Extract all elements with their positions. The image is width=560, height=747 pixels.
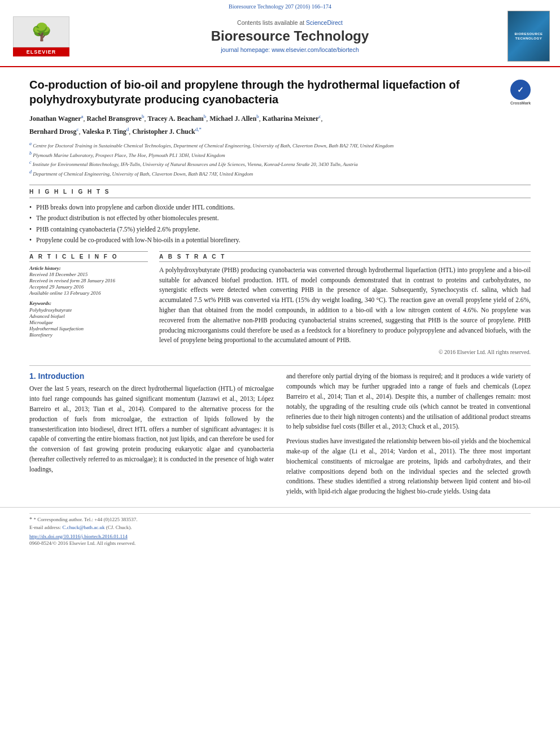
- affil-d: d Department of Chemical Engineering, Un…: [29, 169, 531, 178]
- footer-note: * * Corresponding author. Tel.: +44 (0)1…: [29, 515, 531, 524]
- article-info-header: A R T I C L E I N F O: [29, 251, 148, 262]
- cover-image: BIORESOURCE TECHNOLOGY: [508, 11, 550, 62]
- doi-link[interactable]: http://dx.doi.org/10.1016/j.biortech.201…: [29, 534, 531, 539]
- affil-a: a Centre for Doctoral Training in Sustai…: [29, 141, 531, 150]
- author-michael-allen: Michael J. Allen: [209, 115, 256, 123]
- journal-citation: Bioresource Technology 207 (2016) 166–17…: [0, 0, 560, 11]
- authors-line-2: Bernhard Drosgc, Valeska P. Tingd, Chris…: [29, 125, 531, 137]
- highlight-item: PHB breaks down into propylene and carbo…: [29, 203, 531, 212]
- issn-line: 0960-8524/© 2016 Elsevier Ltd. All right…: [29, 540, 531, 546]
- abstract-col: A B S T R A C T A polyhydroxybutyrate (P…: [159, 251, 531, 356]
- author-jonathan-wagner: Jonathan Wagner: [29, 115, 81, 123]
- affil-c: c Institute for Environmental Biotechnol…: [29, 159, 531, 169]
- affil-b: b Plymouth Marine Laboratory, Prospect P…: [29, 150, 531, 160]
- introduction-section: 1. Introduction Over the last 5 years, r…: [29, 365, 531, 501]
- homepage-url[interactable]: www.elsevier.com/locate/biortech: [272, 46, 359, 53]
- highlight-item: PHB containing cyanobacteria (7.5%) yiel…: [29, 225, 531, 234]
- keyword: Hydrothermal liquefaction: [29, 326, 148, 331]
- footer-email: E-mail address: C.chuck@bath.ac.uk (CJ. …: [29, 524, 531, 532]
- journal-header: Bioresource Technology 207 (2016) 166–17…: [0, 0, 560, 67]
- elsevier-label: ELSEVIER: [13, 47, 69, 56]
- journal-main-title: Bioresource Technology: [78, 28, 502, 44]
- intro-para-2: and therefore only partial drying of the…: [286, 372, 531, 432]
- article-history: Article history: Received 18 December 20…: [29, 265, 148, 296]
- intro-para-3: Previous studies have investigated the r…: [286, 436, 531, 497]
- highlights-list: PHB breaks down into propylene and carbo…: [29, 203, 531, 244]
- copyright-line: © 2016 Elsevier Ltd. All rights reserved…: [159, 349, 531, 355]
- author-rachel-bransgrove: Rachel Bransgrove: [86, 115, 141, 123]
- keywords-list: Polyhydroxybutyrate Advanced biofuel Mic…: [29, 307, 148, 338]
- abstract-text: A polyhydroxybutyrate (PHB) producing cy…: [159, 265, 531, 346]
- intro-para-1: Over the last 5 years, research on the d…: [29, 384, 274, 474]
- sciencedirect-line: Contents lists available at ScienceDirec…: [78, 19, 502, 26]
- author-bernhard-drosg: Bernhard Drosg: [29, 128, 76, 136]
- sciencedirect-link[interactable]: ScienceDirect: [306, 19, 343, 26]
- journal-title-center: Contents lists available at ScienceDirec…: [78, 19, 502, 53]
- crossmark-icon: ✓: [510, 80, 531, 100]
- article-content: Co-production of bio-oil and propylene t…: [0, 67, 560, 501]
- crossmark-label: CrossMark: [510, 101, 531, 106]
- highlight-item: The product distribution is not effected…: [29, 213, 531, 222]
- elsevier-logo: 🌳 ELSEVIER: [10, 14, 78, 59]
- journal-homepage: journal homepage: www.elsevier.com/locat…: [78, 46, 502, 53]
- footer-email-link[interactable]: C.chuck@bath.ac.uk: [62, 525, 104, 530]
- authors-line-1: Jonathan Wagnera, Rachel Bransgroveb, Tr…: [29, 112, 531, 124]
- keywords-label: Keywords:: [29, 300, 148, 306]
- page-footer: * * Corresponding author. Tel.: +44 (0)1…: [0, 507, 560, 546]
- abstract-header: A B S T R A C T: [159, 251, 531, 262]
- article-info-abstract: A R T I C L E I N F O Article history: R…: [29, 251, 531, 356]
- keyword: Microalgae: [29, 320, 148, 325]
- intro-right-col: and therefore only partial drying of the…: [286, 372, 531, 501]
- highlights-header: H I G H L I G H T S: [29, 185, 531, 198]
- intro-left-col: 1. Introduction Over the last 5 years, r…: [29, 372, 274, 501]
- journal-title-bar: 🌳 ELSEVIER Contents lists available at S…: [0, 11, 560, 62]
- page: Bioresource Technology 207 (2016) 166–17…: [0, 0, 560, 747]
- author-christopher-chuck: Christopher J. Chuck: [132, 128, 195, 136]
- article-title-text: Co-production of bio-oil and propylene t…: [29, 77, 505, 107]
- keyword: Biorefinery: [29, 332, 148, 338]
- author-tracey-beacham: Tracey A. Beacham: [147, 115, 203, 123]
- article-info-col: A R T I C L E I N F O Article history: R…: [29, 251, 148, 356]
- keyword: Polyhydroxybutyrate: [29, 307, 148, 313]
- author-valeska-ting: Valeska P. Ting: [82, 128, 126, 136]
- highlight-item: Propylene could be co-produced with low-…: [29, 235, 531, 244]
- keyword: Advanced biofuel: [29, 313, 148, 319]
- journal-cover: BIORESOURCE TECHNOLOGY: [502, 11, 550, 62]
- article-title-row: Co-production of bio-oil and propylene t…: [29, 77, 531, 107]
- introduction-two-col: 1. Introduction Over the last 5 years, r…: [29, 372, 531, 501]
- author-katharina-meixner: Katharina Meixner: [262, 115, 319, 123]
- crossmark-badge: ✓ CrossMark: [510, 80, 531, 100]
- affiliations: a Centre for Doctoral Training in Sustai…: [29, 141, 531, 178]
- elsevier-tree-icon: 🌳: [13, 16, 69, 47]
- section-title: 1. Introduction: [29, 372, 274, 381]
